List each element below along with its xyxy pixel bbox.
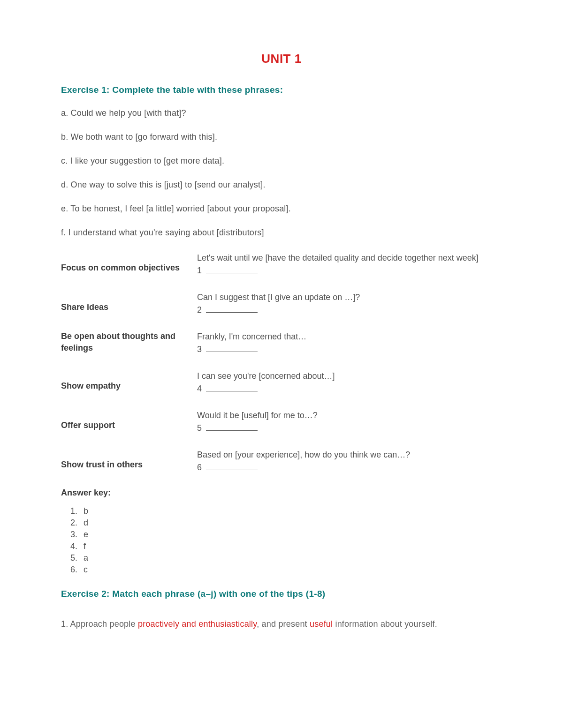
ex2-lead: 1. Approach people xyxy=(61,619,138,629)
blank-input-2[interactable] xyxy=(206,312,258,313)
row2-example: Can I suggest that [I give an update on … xyxy=(197,293,360,302)
row2-num: 2 xyxy=(197,305,202,315)
table-row: Show trust in others Based on [your expe… xyxy=(61,449,502,474)
row2-content: Can I suggest that [I give an update on … xyxy=(197,291,502,316)
unit-title: UNIT 1 xyxy=(61,52,502,66)
phrase-f: f. I understand what you're saying about… xyxy=(61,228,502,238)
blank-input-4[interactable] xyxy=(206,391,258,391)
exercise1-heading: Exercise 1: Complete the table with thes… xyxy=(61,85,502,95)
ex2-mid: , and present xyxy=(257,619,310,629)
document-page: UNIT 1 Exercise 1: Complete the table wi… xyxy=(0,0,563,728)
answer-5: a xyxy=(80,553,502,563)
table-row: Show empathy I can see you're [concerned… xyxy=(61,370,502,395)
row3-label: Be open about thoughts and feelings xyxy=(61,330,197,354)
row6-content: Based on [your experience], how do you t… xyxy=(197,449,502,474)
exercise1-table: Focus on common objectives Let's wait un… xyxy=(61,252,502,474)
answer-2: d xyxy=(80,518,502,528)
phrase-d: d. One way to solve this is [just] to [s… xyxy=(61,180,502,190)
row5-label: Offer support xyxy=(61,409,197,431)
row4-label: Show empathy xyxy=(61,370,197,392)
row2-label: Share ideas xyxy=(61,291,197,313)
blank-input-3[interactable] xyxy=(206,352,258,352)
table-row: Share ideas Can I suggest that [I give a… xyxy=(61,291,502,316)
ex2-hl1: proactively and enthusiastically xyxy=(138,619,257,629)
row3-example: Frankly, I'm concerned that… xyxy=(197,332,306,341)
phrase-c: c. I like your suggestion to [get more d… xyxy=(61,156,502,166)
table-row: Focus on common objectives Let's wait un… xyxy=(61,252,502,277)
row5-num: 5 xyxy=(197,423,202,433)
blank-input-5[interactable] xyxy=(206,430,258,431)
row1-example: Let's wait until we [have the detailed q… xyxy=(197,253,479,263)
row5-example: Would it be [useful] for me to…? xyxy=(197,411,318,420)
blank-input-1[interactable] xyxy=(206,273,258,273)
row3-content: Frankly, I'm concerned that… 3 xyxy=(197,330,502,356)
phrase-e: e. To be honest, I feel [a little] worri… xyxy=(61,204,502,214)
table-row: Be open about thoughts and feelings Fran… xyxy=(61,330,502,356)
answer-key-list: b d e f a c xyxy=(80,506,502,575)
row1-content: Let's wait until we [have the detailed q… xyxy=(197,252,502,277)
table-row: Offer support Would it be [useful] for m… xyxy=(61,409,502,435)
row1-label: Focus on common objectives xyxy=(61,252,197,274)
ex2-hl2: useful xyxy=(310,619,333,629)
row6-num: 6 xyxy=(197,463,202,472)
row4-example: I can see you're [concerned about…] xyxy=(197,371,335,381)
row4-num: 4 xyxy=(197,384,202,393)
answer-key-heading: Answer key: xyxy=(61,488,502,498)
phrase-a: a. Could we help you [with that]? xyxy=(61,108,502,118)
row5-content: Would it be [useful] for me to…? 5 xyxy=(197,409,502,435)
ex2-tail: information about yourself. xyxy=(333,619,437,629)
answer-6: c xyxy=(80,565,502,575)
row1-num: 1 xyxy=(197,266,202,275)
row3-num: 3 xyxy=(197,345,202,354)
exercise2-item-1: 1. Approach people proactively and enthu… xyxy=(61,615,502,632)
blank-input-6[interactable] xyxy=(206,470,258,470)
row6-example: Based on [your experience], how do you t… xyxy=(197,450,410,459)
row4-content: I can see you're [concerned about…] 4 xyxy=(197,370,502,395)
phrase-b: b. We both want to [go forward with this… xyxy=(61,132,502,142)
answer-1: b xyxy=(80,506,502,516)
answer-4: f xyxy=(80,541,502,551)
answer-3: e xyxy=(80,530,502,540)
exercise2-heading: Exercise 2: Match each phrase (a–j) with… xyxy=(61,589,502,599)
row6-label: Show trust in others xyxy=(61,449,197,471)
